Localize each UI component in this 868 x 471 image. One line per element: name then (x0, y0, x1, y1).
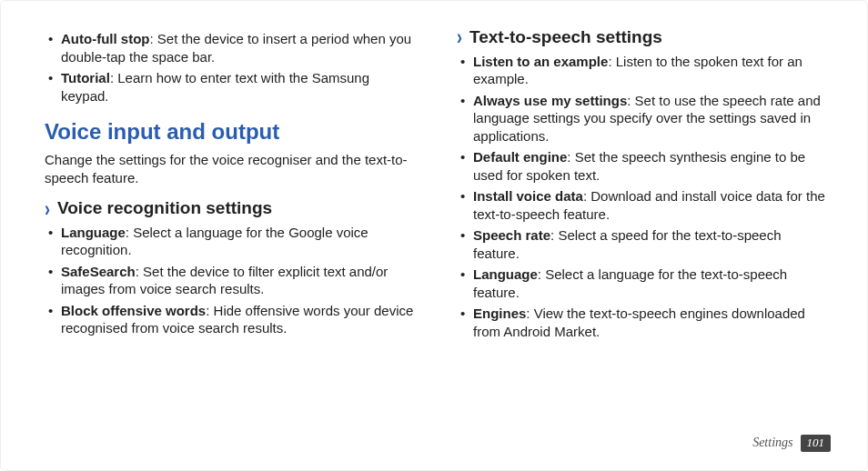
list-item: Language: Select a language for the text… (457, 266, 831, 301)
footer-section-label: Settings (752, 435, 792, 451)
bullet-term: Engines (473, 306, 526, 321)
section-intro: Change the settings for the voice recogn… (45, 151, 419, 186)
subheading-label: Voice recognition settings (57, 197, 272, 220)
columns: Auto-full stop: Set the device to insert… (45, 26, 831, 426)
list-item: Install voice data: Download and install… (457, 187, 831, 223)
bullet-term: Listen to an example (473, 54, 608, 69)
bullet-term: Language (473, 266, 538, 282)
list-item: Listen to an example: Listen to the spok… (457, 53, 831, 88)
page-footer: Settings 101 (45, 426, 831, 452)
voice-recognition-bullet-list: Language: Select a language for the Goog… (45, 224, 419, 337)
left-top-bullet-list: Auto-full stop: Set the device to insert… (45, 30, 419, 105)
left-column: Auto-full stop: Set the device to insert… (45, 26, 419, 426)
bullet-term: Auto-full stop (61, 31, 149, 46)
bullet-term: Default engine (473, 149, 567, 165)
list-item: Block offensive words: Hide offensive wo… (45, 302, 419, 337)
subheading-tts: › Text-to-speech settings (457, 26, 831, 49)
chevron-icon: › (45, 198, 50, 219)
subheading-label: Text-to-speech settings (469, 26, 662, 49)
bullet-term: Language (61, 225, 126, 240)
list-item: Engines: View the text-to-speech engines… (457, 305, 831, 340)
bullet-term: Block offensive words (61, 303, 206, 318)
bullet-term: Speech rate (473, 227, 550, 243)
tts-bullet-list: Listen to an example: Listen to the spok… (457, 53, 831, 341)
page: Auto-full stop: Set the device to insert… (0, 0, 868, 471)
section-title-voice-io: Voice input and output (45, 117, 419, 145)
bullet-term: Install voice data (473, 188, 583, 204)
page-number: 101 (801, 435, 832, 452)
bullet-term: Tutorial (61, 70, 110, 85)
list-item: SafeSearch: Set the device to filter exp… (45, 263, 419, 298)
list-item: Auto-full stop: Set the device to insert… (45, 30, 419, 65)
bullet-term: SafeSearch (61, 264, 136, 279)
list-item: Always use my settings: Set to use the s… (457, 92, 831, 145)
list-item: Speech rate: Select a speed for the text… (457, 226, 831, 262)
list-item: Default engine: Set the speech synthesis… (457, 148, 831, 184)
list-item: Language: Select a language for the Goog… (45, 224, 419, 259)
list-item: Tutorial: Learn how to enter text with t… (45, 69, 419, 105)
subheading-voice-recognition: › Voice recognition settings (45, 197, 419, 220)
bullet-term: Always use my settings (473, 93, 627, 108)
chevron-icon: › (457, 27, 462, 48)
right-column: › Text-to-speech settings Listen to an e… (457, 26, 831, 426)
